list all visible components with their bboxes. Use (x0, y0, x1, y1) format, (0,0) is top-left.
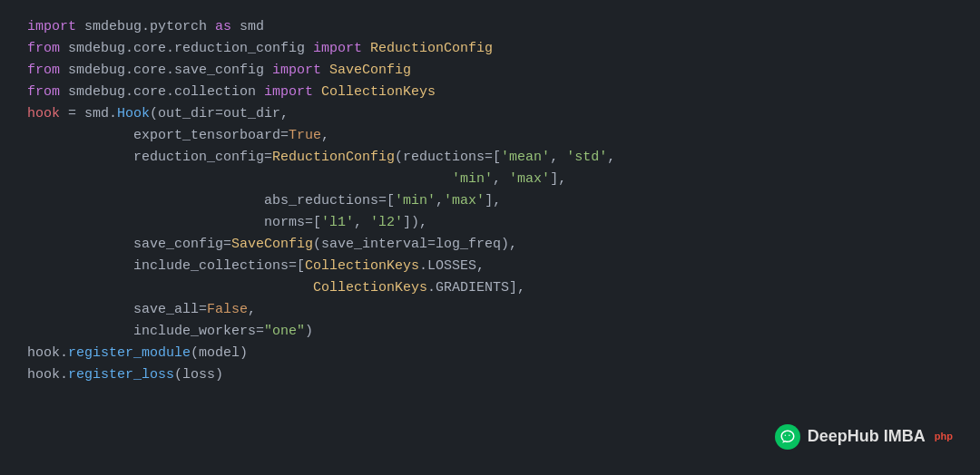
code-line: from smdebug.core.collection import Coll… (27, 82, 962, 103)
code-line: save_config=SaveConfig(save_interval=log… (27, 234, 962, 256)
code-line: from smdebug.core.reduction_config impor… (27, 38, 962, 60)
code-line: reduction_config=ReductionConfig(reducti… (27, 147, 962, 169)
code-line: include_workers="one") (27, 321, 962, 343)
code-line: hook.register_module(model) (27, 343, 962, 364)
code-line: from smdebug.core.save_config import Sav… (27, 60, 962, 82)
code-container: import smdebug.pytorch as smdfrom smdebu… (0, 0, 980, 402)
code-line: import smdebug.pytorch as smd (27, 16, 962, 38)
wechat-icon (775, 424, 800, 450)
watermark-tag: php (935, 429, 953, 445)
code-line: norms=['l1', 'l2']), (27, 212, 962, 234)
code-line: export_tensorboard=True, (27, 125, 962, 147)
code-line: hook.register_loss(loss) (27, 364, 962, 386)
code-line: include_collections=[CollectionKeys.LOSS… (27, 256, 962, 277)
code-line: CollectionKeys.GRADIENTS], (27, 277, 962, 299)
watermark: DeepHub IMBA php (775, 423, 953, 450)
code-line: abs_reductions=['min','max'], (27, 190, 962, 212)
code-line: save_all=False, (27, 299, 962, 321)
code-line: hook = smd.Hook(out_dir=out_dir, (27, 103, 962, 125)
watermark-text: DeepHub IMBA (808, 423, 926, 450)
code-line: 'min', 'max'], (27, 169, 962, 190)
